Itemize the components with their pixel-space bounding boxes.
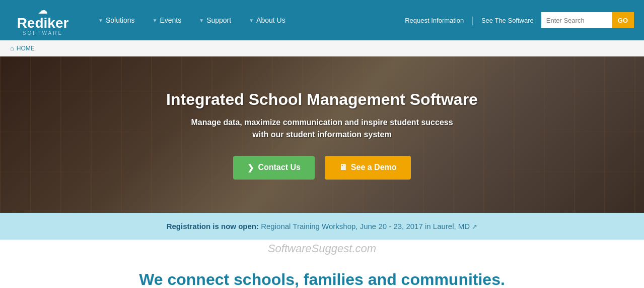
nav-item-events[interactable]: ▼ Events [145,11,189,29]
navigation: ☁ Rediker SOFTWARE ▼ Solutions ▼ Events … [0,0,644,40]
search-container: GO [541,12,634,28]
dropdown-arrow-support: ▼ [199,18,204,23]
connect-title: We connect schools, families and communi… [10,270,634,288]
nav-item-about-us[interactable]: ▼ About Us [241,11,293,29]
search-button[interactable]: GO [612,12,634,28]
registration-banner: Registration is now open: Regional Train… [0,213,644,240]
hero-title: Integrated School Management Software [166,90,478,109]
nav-label-events: Events [160,16,181,24]
nav-divider: | [471,15,474,26]
hero-section: Integrated School Management Software Ma… [0,56,644,213]
nav-item-support[interactable]: ▼ Support [191,11,239,29]
dropdown-arrow-events: ▼ [153,18,158,23]
breadcrumb-home-link[interactable]: HOME [17,45,35,52]
request-info-link[interactable]: Request Information [405,17,464,24]
connect-section: We connect schools, families and communi… [0,258,644,288]
contact-us-label: Contact Us [258,163,300,172]
search-input[interactable] [541,12,612,28]
external-link-icon: ↗ [472,223,477,231]
logo[interactable]: ☁ Rediker SOFTWARE [10,5,76,36]
nav-label-about-us: About Us [256,16,285,24]
nav-label-support: Support [206,16,231,24]
cloud-icon: ☁ [38,5,48,15]
nav-right: Request Information | See The Software G… [405,12,634,28]
logo-text: Rediker [17,16,69,30]
see-demo-button[interactable]: 🖥 See a Demo [325,156,411,180]
contact-us-button[interactable]: ❯ Contact Us [233,156,314,180]
watermark: SoftwareSuggest.com [0,240,644,258]
nav-label-solutions: Solutions [106,16,135,24]
breadcrumb: ⌂ HOME [0,40,644,56]
logo-subtitle: SOFTWARE [23,30,63,36]
hero-buttons: ❯ Contact Us 🖥 See a Demo [233,156,410,180]
registration-text: Regional Training Workshop, June 20 - 23… [261,222,470,231]
arrow-circle-icon: ❯ [247,163,254,172]
dropdown-arrow-about-us: ▼ [249,18,254,23]
registration-bold: Registration is now open: [167,222,259,231]
see-software-link[interactable]: See The Software [481,17,534,24]
monitor-icon: 🖥 [339,163,347,172]
home-icon: ⌂ [10,44,14,52]
hero-subtitle: Manage data, maximize communication and … [191,117,453,141]
nav-links: ▼ Solutions ▼ Events ▼ Support ▼ About U… [91,11,405,29]
see-demo-label: See a Demo [351,163,397,172]
nav-item-solutions[interactable]: ▼ Solutions [91,11,142,29]
dropdown-arrow-solutions: ▼ [98,18,103,23]
